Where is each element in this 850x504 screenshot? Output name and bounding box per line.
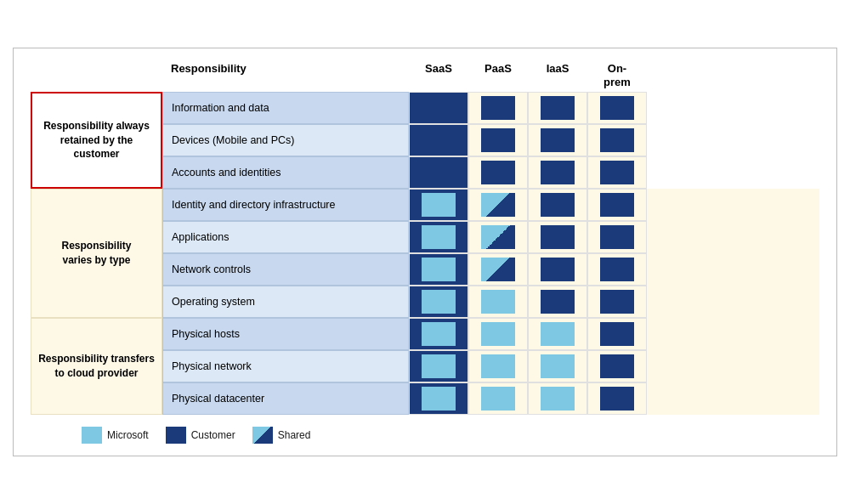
- cell-pdc-saas: [409, 382, 468, 415]
- group-always-label: Responsibility alwaysretained by the cus…: [31, 92, 162, 189]
- cell-info-iaas: [528, 92, 587, 124]
- cell-os-onprem: [587, 286, 647, 318]
- cell-os-saas: [409, 286, 468, 318]
- cell-info-paas: [468, 92, 528, 124]
- cell-netctrl-iaas: [528, 253, 587, 286]
- cell-dev-saas: [409, 124, 468, 156]
- row-identity: Identity and directory infrastructure: [162, 189, 819, 221]
- cell-os-paas: [468, 286, 528, 318]
- cell-dev-paas: [468, 124, 528, 156]
- cell-ph-iaas: [528, 318, 587, 350]
- legend-microsoft-label: Microsoft: [107, 429, 149, 441]
- cell-acc-iaas: [528, 156, 587, 189]
- cell-dev-iaas: [528, 124, 587, 156]
- group-transfers: Responsibility transfersto cloud provide…: [31, 318, 819, 415]
- cell-pdc-onprem: [587, 382, 647, 415]
- cell-ident-paas: [468, 189, 528, 221]
- cell-pn-saas: [409, 350, 468, 382]
- row-label-identity: Identity and directory infrastructure: [162, 189, 409, 221]
- row-devices: Devices (Mobile and PCs): [162, 124, 819, 156]
- legend-shared: Shared: [252, 427, 311, 444]
- cell-app-onprem: [587, 221, 647, 253]
- cell-pdc-iaas: [528, 382, 587, 415]
- cell-pn-iaas: [528, 350, 587, 382]
- saas-header: SaaS: [409, 62, 468, 92]
- responsibility-header: Responsibility: [162, 62, 409, 92]
- row-label-physical-hosts: Physical hosts: [162, 318, 409, 350]
- cell-ph-onprem: [587, 318, 647, 350]
- row-label-information-data: Information and data: [162, 92, 409, 124]
- row-accounts: Accounts and identities: [162, 156, 819, 189]
- legend-microsoft-box: [82, 427, 102, 444]
- legend-customer-label: Customer: [191, 429, 235, 441]
- cell-acc-saas: [409, 156, 468, 189]
- row-physical-datacenter: Physical datacenter: [162, 382, 819, 415]
- legend-customer: Customer: [166, 427, 235, 444]
- cell-ph-paas: [468, 318, 528, 350]
- cell-ident-saas: [409, 189, 468, 221]
- cell-dev-onprem: [587, 124, 647, 156]
- cell-info-saas: [409, 92, 468, 124]
- onprem-header: On-prem: [587, 62, 647, 92]
- row-label-accounts: Accounts and identities: [162, 156, 409, 189]
- iaas-header: IaaS: [528, 62, 587, 92]
- legend-customer-box: [166, 427, 186, 444]
- legend-shared-box: [252, 427, 273, 444]
- cell-acc-onprem: [587, 156, 647, 189]
- row-physical-network: Physical network: [162, 350, 819, 382]
- cell-acc-paas: [468, 156, 528, 189]
- row-physical-hosts: Physical hosts: [162, 318, 819, 350]
- cell-netctrl-saas: [409, 253, 468, 286]
- cell-pdc-paas: [468, 382, 528, 415]
- row-label-physical-network: Physical network: [162, 350, 409, 382]
- group-always: Responsibility alwaysretained by the cus…: [31, 92, 819, 189]
- cell-ph-saas: [409, 318, 468, 350]
- row-network-controls: Network controls: [162, 253, 819, 286]
- cell-pn-paas: [468, 350, 528, 382]
- row-label-network-controls: Network controls: [162, 253, 409, 286]
- cell-app-paas: [468, 221, 528, 253]
- cell-ident-iaas: [528, 189, 587, 221]
- cell-netctrl-paas: [468, 253, 528, 286]
- row-label-physical-datacenter: Physical datacenter: [162, 382, 409, 415]
- legend-microsoft: Microsoft: [82, 427, 149, 444]
- group-transfers-label: Responsibility transfersto cloud provide…: [31, 318, 162, 415]
- group-varies: Responsibilityvaries by type Identity an…: [31, 189, 819, 318]
- legend-shared-label: Shared: [278, 429, 311, 441]
- group-varies-label: Responsibilityvaries by type: [31, 189, 162, 318]
- cell-ident-onprem: [587, 189, 647, 221]
- row-label-devices: Devices (Mobile and PCs): [162, 124, 409, 156]
- cell-app-saas: [409, 221, 468, 253]
- cell-app-iaas: [528, 221, 587, 253]
- row-applications: Applications: [162, 221, 819, 253]
- row-operating-system: Operating system: [162, 286, 819, 318]
- cell-netctrl-onprem: [587, 253, 647, 286]
- cell-info-onprem: [587, 92, 647, 124]
- row-information-data: Information and data: [162, 92, 819, 124]
- cell-os-iaas: [528, 286, 587, 318]
- cell-pn-onprem: [587, 350, 647, 382]
- row-label-operating-system: Operating system: [162, 286, 409, 318]
- paas-header: PaaS: [468, 62, 528, 92]
- row-label-applications: Applications: [162, 221, 409, 253]
- legend: Microsoft Customer Shared: [31, 427, 819, 444]
